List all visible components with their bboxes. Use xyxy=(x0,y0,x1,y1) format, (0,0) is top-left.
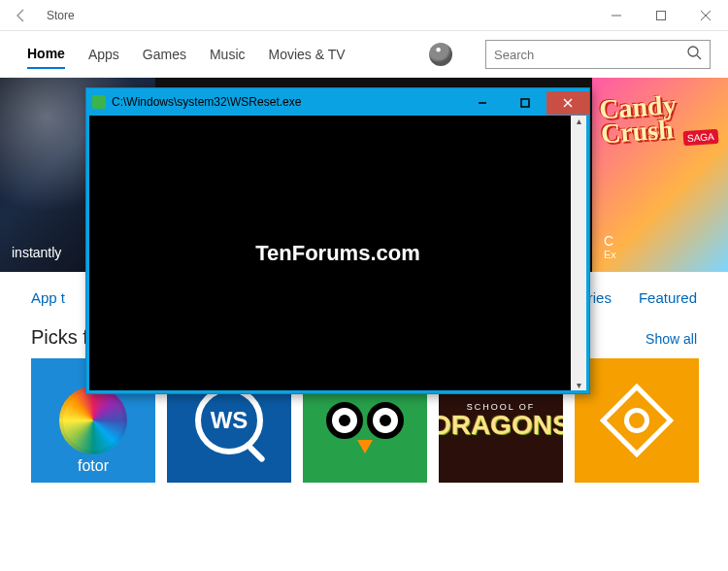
console-window[interactable]: C:\Windows\system32\WSReset.exe TenForum… xyxy=(85,87,590,394)
console-minimize-button[interactable] xyxy=(461,91,504,115)
minimize-button[interactable] xyxy=(594,0,639,31)
owl-icon xyxy=(326,402,404,439)
nav-music[interactable]: Music xyxy=(210,41,246,68)
back-button[interactable] xyxy=(8,2,35,29)
nav-movies-tv[interactable]: Movies & TV xyxy=(269,41,346,68)
tile-label: fotor xyxy=(78,457,109,475)
tile-label-main: DRAGONS xyxy=(439,412,563,439)
nav-apps[interactable]: Apps xyxy=(88,41,119,68)
tile-img xyxy=(575,358,699,483)
magnifier-icon: WS xyxy=(195,386,263,454)
search-box[interactable] xyxy=(485,40,711,69)
maximize-button[interactable] xyxy=(639,0,683,31)
owl-beak-icon xyxy=(357,440,373,453)
console-app-icon xyxy=(92,95,106,109)
window-titlebar: Store xyxy=(0,0,728,31)
console-maximize-button[interactable] xyxy=(504,91,546,115)
console-close-button[interactable] xyxy=(546,91,589,115)
scroll-up-icon[interactable]: ▴ xyxy=(577,116,581,126)
hero-right-sublabel: Ex xyxy=(604,249,716,260)
svg-rect-7 xyxy=(521,99,529,107)
avatar[interactable] xyxy=(429,43,452,66)
nav-games[interactable]: Games xyxy=(143,41,186,68)
console-titlebar[interactable]: C:\Windows\system32\WSReset.exe xyxy=(86,88,589,116)
goto-icon xyxy=(611,394,663,447)
color-wheel-icon xyxy=(59,386,127,454)
hero-panel-right[interactable]: Candy Crush SAGA C Ex xyxy=(592,78,728,272)
hero-right-label: C xyxy=(604,233,716,249)
window-title: Store xyxy=(47,9,75,22)
console-window-controls xyxy=(461,89,589,115)
main-nav: Home Apps Games Music Movies & TV xyxy=(0,31,728,78)
svg-rect-1 xyxy=(657,11,666,19)
close-button[interactable] xyxy=(683,0,728,31)
tab-featured[interactable]: Featured xyxy=(639,289,697,306)
dragons-logo: SCHOOL OF DRAGONS xyxy=(439,403,563,439)
tab-partial-left[interactable]: App t xyxy=(31,289,65,306)
svg-line-5 xyxy=(697,55,701,59)
hero-right-badge: SAGA xyxy=(683,129,719,146)
console-body: TenForums.com ▴ ▾ xyxy=(89,116,586,390)
titlebar-left: Store xyxy=(0,2,75,29)
search-input[interactable] xyxy=(494,48,686,62)
show-all-link[interactable]: Show all xyxy=(645,331,697,347)
search-icon[interactable] xyxy=(686,45,702,64)
tile-gotomeeting[interactable] xyxy=(575,358,699,483)
console-scrollbar[interactable]: ▴ ▾ xyxy=(571,116,586,390)
svg-point-4 xyxy=(688,47,698,56)
scroll-down-icon[interactable]: ▾ xyxy=(577,380,581,390)
console-title-text: C:\Windows\system32\WSReset.exe xyxy=(112,95,455,109)
tile-label: WS xyxy=(211,407,248,434)
window-controls xyxy=(594,0,728,31)
watermark-text: TenForums.com xyxy=(255,241,420,266)
nav-home[interactable]: Home xyxy=(27,40,65,69)
